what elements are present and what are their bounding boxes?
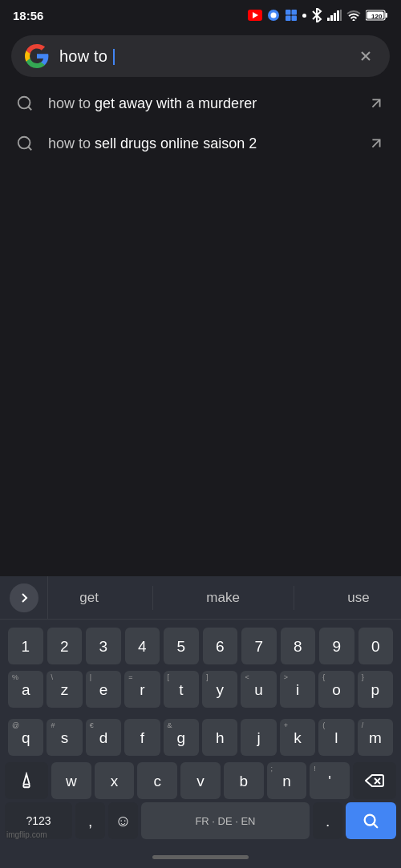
suggestion-text-0: how to get away with a murderer xyxy=(48,95,353,112)
word-options: get make use xyxy=(48,586,401,610)
key-d[interactable]: €d xyxy=(86,719,121,756)
letter-row-1: %a \z |e =r [t ]y <u >i {o }p xyxy=(5,666,396,709)
wifi-icon xyxy=(346,10,361,21)
svg-line-22 xyxy=(28,147,31,150)
search-bar[interactable]: how to xyxy=(11,35,390,77)
watermark: imgflip.com xyxy=(6,830,47,839)
backspace-key[interactable] xyxy=(353,762,396,799)
key-4[interactable]: 4 xyxy=(125,628,160,664)
key-e[interactable]: |e xyxy=(86,671,121,708)
backspace-icon xyxy=(365,772,384,789)
letter-row-3: w x c v b ;n !' xyxy=(5,762,396,799)
key-i[interactable]: >i xyxy=(280,671,315,708)
period-key[interactable]: . xyxy=(313,802,342,839)
key-v[interactable]: v xyxy=(180,762,221,799)
key-apostrophe[interactable]: !' xyxy=(310,762,350,799)
battery-icon: 120 xyxy=(366,10,388,21)
search-suggestion-icon-1 xyxy=(16,135,34,152)
key-x[interactable]: x xyxy=(95,762,135,799)
key-l[interactable]: (l xyxy=(318,719,354,756)
space-key[interactable]: FR · DE · EN xyxy=(141,802,310,839)
key-5[interactable]: 5 xyxy=(164,628,199,664)
letter-row-2: @q #s €d f &g h j +k (l /m xyxy=(5,714,396,757)
word-suggestions-arrow[interactable] xyxy=(0,576,48,619)
word-divider-1 xyxy=(294,586,294,610)
word-option-1[interactable]: make xyxy=(196,587,249,609)
clear-search-button[interactable] xyxy=(354,45,377,67)
status-time: 18:56 xyxy=(13,9,43,22)
svg-rect-5 xyxy=(292,16,298,22)
key-g[interactable]: &g xyxy=(164,719,199,756)
key-w[interactable]: w xyxy=(51,762,91,799)
chevron-right-icon xyxy=(18,592,30,604)
status-bar: 18:56 xyxy=(0,0,401,29)
app-icon xyxy=(285,9,298,22)
svg-point-11 xyxy=(353,19,355,21)
word-suggestions-bar: get make use xyxy=(0,576,401,620)
google-logo xyxy=(24,43,50,69)
key-t[interactable]: [t xyxy=(164,671,199,708)
key-u[interactable]: <u xyxy=(241,671,276,708)
key-m[interactable]: /m xyxy=(358,719,393,756)
key-7[interactable]: 7 xyxy=(241,628,277,664)
svg-text:120: 120 xyxy=(371,13,383,20)
key-6[interactable]: 6 xyxy=(203,628,238,664)
svg-rect-6 xyxy=(327,18,330,21)
key-n[interactable]: ;n xyxy=(267,762,307,799)
suggestion-arrow-1 xyxy=(367,135,385,152)
key-h[interactable]: h xyxy=(202,719,237,756)
key-b[interactable]: b xyxy=(224,762,264,799)
svg-point-1 xyxy=(271,13,277,18)
key-8[interactable]: 8 xyxy=(281,628,316,664)
nav-handle xyxy=(152,855,249,859)
numeric-mode-label: ?123 xyxy=(26,815,51,826)
notification-dot xyxy=(302,14,306,18)
status-icons: 120 xyxy=(248,8,388,22)
suggestion-text-1: how to sell drugs online saison 2 xyxy=(48,135,353,152)
key-y[interactable]: ]y xyxy=(202,671,237,708)
chrome-icon xyxy=(267,9,280,22)
word-option-2[interactable]: use xyxy=(338,587,379,609)
key-k[interactable]: +k xyxy=(280,719,315,756)
svg-rect-8 xyxy=(334,13,336,21)
comma-key[interactable]: , xyxy=(75,802,105,839)
svg-line-28 xyxy=(375,824,378,827)
key-q[interactable]: @q xyxy=(8,719,43,756)
svg-line-20 xyxy=(372,99,379,107)
search-input[interactable]: how to xyxy=(59,47,345,66)
key-p[interactable]: }p xyxy=(358,671,393,708)
svg-rect-2 xyxy=(286,10,291,15)
search-query-text: how to xyxy=(59,47,112,65)
arrow-circle[interactable] xyxy=(10,583,38,612)
keyboard: get make use 1 2 3 4 5 6 7 8 9 0 %a \z |… xyxy=(0,576,401,868)
search-enter-key[interactable] xyxy=(346,802,396,839)
key-j[interactable]: j xyxy=(241,719,276,756)
key-z[interactable]: \z xyxy=(47,671,82,708)
key-a[interactable]: %a xyxy=(8,671,43,708)
period-label: . xyxy=(326,813,330,829)
search-suggestion-icon-0 xyxy=(16,95,34,112)
shift-key[interactable] xyxy=(5,762,48,799)
suggestion-item-0[interactable]: how to get away with a murderer xyxy=(0,83,401,123)
key-3[interactable]: 3 xyxy=(86,628,121,664)
key-0[interactable]: 0 xyxy=(358,628,394,664)
key-1[interactable]: 1 xyxy=(8,628,43,664)
word-option-0[interactable]: get xyxy=(70,587,108,609)
suggestion-highlight-1: sell drugs online saison 2 xyxy=(95,135,257,151)
key-r[interactable]: =r xyxy=(124,671,160,708)
svg-rect-3 xyxy=(292,10,298,15)
emoji-key[interactable]: ☺ xyxy=(108,802,138,839)
key-9[interactable]: 9 xyxy=(319,628,354,664)
key-o[interactable]: {o xyxy=(318,671,354,708)
word-divider-0 xyxy=(152,586,153,610)
bottom-nav-bar xyxy=(0,846,401,868)
text-cursor xyxy=(113,49,115,65)
key-s[interactable]: #s xyxy=(47,719,82,756)
key-f[interactable]: f xyxy=(124,719,160,756)
key-c[interactable]: c xyxy=(137,762,177,799)
suggestions-list: how to get away with a murderer how to s… xyxy=(0,83,401,164)
key-2[interactable]: 2 xyxy=(47,628,83,664)
suggestion-item-1[interactable]: how to sell drugs online saison 2 xyxy=(0,123,401,164)
key-rows: 1 2 3 4 5 6 7 8 9 0 %a \z |e =r [t ]y <u… xyxy=(0,620,401,846)
suggestion-highlight-0: get away with a murderer xyxy=(95,95,257,111)
